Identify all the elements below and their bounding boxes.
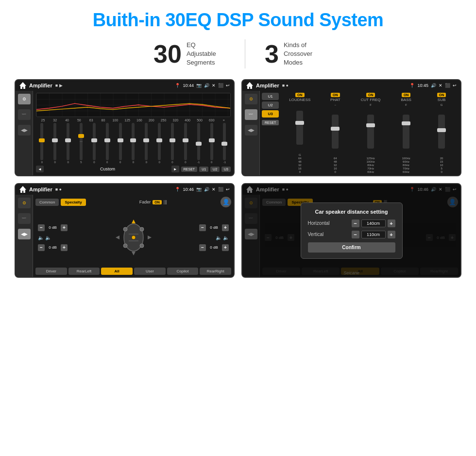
tab-common-3[interactable]: Common bbox=[35, 199, 59, 206]
bass-on[interactable]: ON bbox=[402, 93, 411, 97]
loudness-label: LOUDNESS bbox=[289, 98, 310, 102]
slider-10: 0 bbox=[153, 123, 166, 164]
preset-u1[interactable]: U1 bbox=[262, 93, 279, 100]
right-top-db: − 0 dB + bbox=[199, 224, 229, 231]
time-1: 10:44 bbox=[183, 83, 194, 88]
arrow-left-icon: 🔈 bbox=[45, 235, 51, 240]
eq-prev-btn[interactable]: ◄ bbox=[36, 166, 44, 172]
slider-4: 5 bbox=[75, 123, 87, 164]
freq-400: 400 bbox=[182, 118, 194, 122]
app-name-2: Amplifier bbox=[256, 83, 279, 88]
home-icon-1[interactable] bbox=[19, 82, 26, 89]
eq-reset-btn[interactable]: RESET bbox=[181, 167, 197, 172]
status-bar-3: Amplifier ■ ● 📍 10:46 📷 🔊 ✕ ⬛ ↩ bbox=[16, 184, 234, 195]
crossover-channels: ON LOUDNESS G 64 48 32 16 0 bbox=[283, 93, 459, 173]
eq-side-btn-3[interactable]: ⚙ bbox=[18, 198, 31, 208]
user-btn-3[interactable]: User bbox=[134, 268, 166, 275]
slider-13: -1 bbox=[192, 123, 204, 164]
svg-point-4 bbox=[132, 236, 136, 239]
loudness-on[interactable]: ON bbox=[295, 93, 305, 97]
status-bar-2: Amplifier ■ ● 📍 10:45 🔊 ✕ ⬛ ↩ bbox=[242, 80, 460, 91]
freq-32: 32 bbox=[49, 118, 61, 122]
preset-u3[interactable]: U3 bbox=[262, 110, 279, 118]
stat-divider bbox=[245, 39, 245, 68]
eq-chart bbox=[36, 93, 231, 117]
right-bot-minus[interactable]: − bbox=[199, 244, 206, 251]
edit-icon-3: ■ ● bbox=[55, 187, 62, 192]
vertical-label: Vertical bbox=[308, 232, 337, 237]
right-top-plus[interactable]: + bbox=[222, 224, 229, 231]
preset-u2[interactable]: U2 bbox=[262, 101, 279, 109]
left-top-minus[interactable]: − bbox=[38, 224, 45, 231]
left-bot-plus[interactable]: + bbox=[61, 244, 68, 251]
slider-2: 0 bbox=[49, 123, 61, 164]
speaker-right-icon: 🔈 bbox=[216, 235, 221, 240]
home-icon-2[interactable] bbox=[246, 82, 253, 89]
horizontal-value: 140cm bbox=[361, 220, 386, 227]
slider-6: 0 bbox=[101, 123, 113, 164]
home-icon-3[interactable] bbox=[19, 186, 26, 193]
svg-marker-5 bbox=[132, 220, 136, 223]
copilot-btn[interactable]: Copilot bbox=[167, 268, 199, 275]
stat-eq: 30 EQ AdjustableSegments bbox=[153, 41, 225, 68]
eq-side-btn[interactable]: ⚙ bbox=[18, 94, 31, 104]
cutfreq-on[interactable]: ON bbox=[366, 93, 375, 97]
dialog-title: Car speaker distance setting bbox=[308, 209, 395, 215]
rearright-btn[interactable]: RearRight bbox=[200, 268, 231, 275]
eq-u3-btn[interactable]: U3 bbox=[221, 167, 231, 172]
freq-320: 320 bbox=[170, 118, 182, 122]
screens-grid: Amplifier ■ ▶ 📍 10:44 📷 🔊 ✕ ⬛ ↩ ⚙ bbox=[15, 79, 461, 278]
slider-7: 0 bbox=[114, 123, 126, 164]
car-diagram bbox=[112, 218, 155, 257]
vol-side-btn-3[interactable]: ◀▶ bbox=[18, 229, 31, 239]
wave-side-btn[interactable]: 〰 bbox=[18, 109, 31, 120]
vol-side-btn[interactable]: ◀▶ bbox=[18, 125, 31, 135]
tab-specialty-3[interactable]: Specialty bbox=[61, 199, 85, 206]
left-top-plus[interactable]: + bbox=[61, 224, 68, 231]
rearleft-btn[interactable]: RearLeft bbox=[68, 268, 100, 275]
freq-500: 500 bbox=[194, 118, 206, 122]
eq-u2-btn[interactable]: U2 bbox=[210, 167, 220, 172]
vol-side-btn-2[interactable]: ◀▶ bbox=[245, 125, 257, 135]
horizontal-minus[interactable]: − bbox=[352, 220, 359, 227]
svg-point-9 bbox=[123, 227, 127, 231]
fader-icon: ||| bbox=[164, 200, 167, 204]
svg-marker-6 bbox=[132, 252, 136, 255]
edit-icon-2: ■ ● bbox=[282, 83, 289, 88]
distance-dialog: Car speaker distance setting Horizontal … bbox=[301, 203, 403, 259]
left-top-value: 0 dB bbox=[47, 225, 59, 230]
left-bot-minus[interactable]: − bbox=[38, 244, 45, 251]
right-top-minus[interactable]: − bbox=[199, 224, 206, 231]
freq-100: 100 bbox=[109, 118, 121, 122]
right-speaker-control: − 0 dB + 🔈 🔈 − 0 dB + bbox=[199, 224, 229, 251]
vertical-plus[interactable]: + bbox=[388, 231, 395, 238]
dialog-overlay: Car speaker distance setting Horizontal … bbox=[242, 184, 460, 277]
horizontal-plus[interactable]: + bbox=[388, 220, 395, 227]
crossover-presets: U1 U2 U3 RESET bbox=[262, 93, 279, 173]
sub-on[interactable]: ON bbox=[437, 93, 446, 97]
wave-side-btn-3[interactable]: 〰 bbox=[18, 213, 31, 224]
confirm-button[interactable]: Confirm bbox=[308, 242, 395, 253]
pin-icon-1: 📍 bbox=[175, 83, 180, 88]
crossover-reset-btn[interactable]: RESET bbox=[262, 120, 279, 125]
freq-630: 630 bbox=[205, 118, 218, 122]
fader-on-tag[interactable]: ON bbox=[153, 200, 162, 204]
channel-phat: ON PHAT ~ 64 48 32 16 0 bbox=[318, 93, 352, 173]
slider-12: 0 bbox=[179, 123, 191, 164]
user-icon-3[interactable]: 👤 bbox=[221, 197, 231, 207]
wave-side-btn-2[interactable]: 〰 bbox=[245, 109, 257, 120]
all-btn[interactable]: All bbox=[101, 268, 133, 275]
freq-50: 50 bbox=[73, 118, 85, 122]
x-icon-3: ✕ bbox=[212, 187, 216, 192]
svg-point-12 bbox=[140, 244, 144, 248]
screen-body-2: ⚙ 〰 ◀▶ U1 U2 U3 RESET bbox=[242, 91, 460, 175]
speaker-layout: − 0 dB + 🔈 🔈 − 0 dB + bbox=[35, 209, 231, 266]
driver-btn[interactable]: Driver bbox=[35, 268, 67, 275]
phat-on[interactable]: ON bbox=[331, 93, 340, 97]
eq-next-btn[interactable]: ► bbox=[171, 166, 179, 172]
vertical-minus[interactable]: − bbox=[352, 231, 359, 238]
side-panel-1: ⚙ 〰 ◀▶ bbox=[16, 91, 33, 175]
right-bot-plus[interactable]: + bbox=[222, 244, 229, 251]
eq-side-btn-2[interactable]: ⚙ bbox=[245, 94, 257, 104]
eq-u1-btn[interactable]: U1 bbox=[199, 167, 208, 172]
